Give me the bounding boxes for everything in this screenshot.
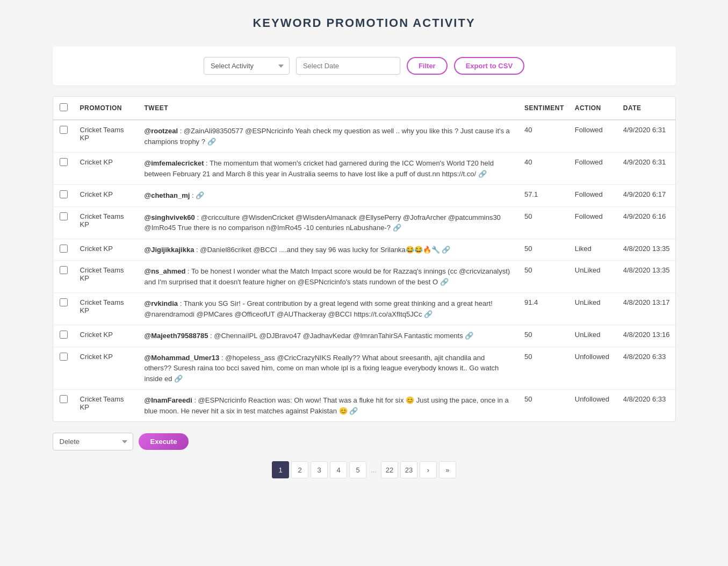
- col-promotion-header: PROMOTION: [75, 97, 139, 120]
- row-promotion: Cricket KP: [75, 347, 139, 390]
- page-button-2[interactable]: 2: [291, 461, 308, 478]
- row-promotion: Cricket KP: [75, 185, 139, 207]
- row-tweet: @chethan_mj : 🔗: [139, 185, 519, 207]
- row-checkbox[interactable]: [60, 395, 68, 403]
- row-tweet: @Mohammad_Umer13 : @hopeless_ass @CricCr…: [139, 347, 519, 390]
- table-row: Cricket Teams KP @ns_ahmed : To be hones…: [53, 261, 675, 293]
- row-sentiment: 91.4: [519, 293, 570, 325]
- row-checkbox[interactable]: [60, 353, 68, 361]
- date-input[interactable]: [296, 57, 400, 75]
- row-tweet: @Majeeth79588785 : @ChennaiIPL @DJBravo4…: [139, 325, 519, 347]
- row-date: 4/8/2020 13:35: [618, 261, 675, 293]
- pagination: 12345...2223›»: [53, 461, 676, 478]
- row-promotion: Cricket Teams KP: [75, 206, 139, 239]
- table-row: Cricket Teams KP @rootzeal : @ZainAli983…: [53, 120, 675, 153]
- table-row: Cricket Teams KP @InamFareedi : @ESPNcri…: [53, 390, 675, 422]
- page-button-›[interactable]: ›: [420, 461, 437, 478]
- tweet-user: @Jigijikkajikka: [145, 246, 194, 254]
- row-checkbox-cell: [53, 390, 75, 422]
- tweet-user: @rootzeal: [145, 127, 178, 135]
- row-promotion: Cricket Teams KP: [75, 390, 139, 422]
- row-checkbox-cell: [53, 153, 75, 185]
- row-checkbox-cell: [53, 239, 75, 261]
- row-checkbox[interactable]: [60, 212, 68, 220]
- row-checkbox[interactable]: [60, 298, 68, 306]
- filter-button[interactable]: Filter: [407, 57, 448, 75]
- row-checkbox-cell: [53, 120, 75, 153]
- row-action: Followed: [570, 120, 618, 153]
- row-action: UnLiked: [570, 261, 618, 293]
- row-action: Followed: [570, 185, 618, 207]
- col-action-header: ACTION: [570, 97, 618, 120]
- page-button-4[interactable]: 4: [330, 461, 347, 478]
- row-promotion: Cricket Teams KP: [75, 293, 139, 325]
- page-button-5[interactable]: 5: [349, 461, 366, 478]
- row-checkbox[interactable]: [60, 266, 68, 274]
- col-checkbox: [53, 97, 75, 120]
- bottom-bar: Delete Execute: [53, 433, 676, 450]
- row-sentiment: 57.1: [519, 185, 570, 207]
- row-tweet: @ns_ahmed : To be honest I wonder what t…: [139, 261, 519, 293]
- tweet-user: @chethan_mj: [145, 191, 190, 199]
- table-row: Cricket KP @imfemalecricket : The moment…: [53, 153, 675, 185]
- row-sentiment: 50: [519, 206, 570, 239]
- table-row: Cricket KP @Majeeth79588785 : @ChennaiIP…: [53, 325, 675, 347]
- row-promotion: Cricket KP: [75, 239, 139, 261]
- tweet-content: : 🔗: [190, 191, 204, 199]
- row-sentiment: 40: [519, 120, 570, 153]
- row-tweet: @rootzeal : @ZainAli98350577 @ESPNcricin…: [139, 120, 519, 153]
- row-checkbox-cell: [53, 293, 75, 325]
- row-tweet: @imfemalecricket : The momentum that wom…: [139, 153, 519, 185]
- page-button-23[interactable]: 23: [400, 461, 417, 478]
- activity-select[interactable]: Select Activity: [204, 57, 290, 75]
- export-button[interactable]: Export to CSV: [454, 57, 524, 75]
- tweet-user: @InamFareedi: [145, 396, 192, 404]
- row-date: 4/8/2020 13:17: [618, 293, 675, 325]
- tweet-content: : @cricculture @WisdenCricket @WisdenAlm…: [145, 213, 501, 232]
- row-date: 4/8/2020 13:16: [618, 325, 675, 347]
- col-sentiment-header: SENTIMENT: [519, 97, 570, 120]
- row-action: Unfollowed: [570, 347, 618, 390]
- tweet-content: : @Daniel86criket @BCCI ....and they say…: [194, 246, 450, 254]
- action-select[interactable]: Delete: [53, 433, 133, 450]
- row-sentiment: 40: [519, 153, 570, 185]
- row-action: Followed: [570, 153, 618, 185]
- page-button-»[interactable]: »: [439, 461, 456, 478]
- col-date-header: DATE: [618, 97, 675, 120]
- row-promotion: Cricket KP: [75, 153, 139, 185]
- select-all-checkbox[interactable]: [60, 103, 68, 111]
- row-checkbox[interactable]: [60, 158, 68, 166]
- row-date: 4/9/2020 6:17: [618, 185, 675, 207]
- table-header-row: PROMOTION TWEET SENTIMENT ACTION DATE: [53, 97, 675, 120]
- row-checkbox[interactable]: [60, 331, 68, 339]
- row-checkbox-cell: [53, 347, 75, 390]
- page-ellipsis: ...: [369, 466, 379, 474]
- row-action: Followed: [570, 206, 618, 239]
- filter-bar: Select Activity Filter Export to CSV: [53, 46, 676, 85]
- row-checkbox-cell: [53, 261, 75, 293]
- execute-button[interactable]: Execute: [139, 433, 189, 450]
- tweet-user: @rvkindia: [145, 299, 178, 307]
- row-action: UnLiked: [570, 325, 618, 347]
- page-button-3[interactable]: 3: [311, 461, 328, 478]
- page-button-1[interactable]: 1: [272, 461, 289, 478]
- row-checkbox[interactable]: [60, 245, 68, 253]
- row-checkbox[interactable]: [60, 126, 68, 134]
- row-action: UnLiked: [570, 293, 618, 325]
- row-action: Unfollowed: [570, 390, 618, 422]
- row-checkbox[interactable]: [60, 190, 68, 198]
- page-button-22[interactable]: 22: [381, 461, 398, 478]
- tweet-user: @imfemalecricket: [145, 159, 204, 167]
- tweet-user: @Mohammad_Umer13: [145, 354, 220, 362]
- row-date: 4/9/2020 6:31: [618, 153, 675, 185]
- tweet-content: : @ESPNcricinfo Reaction was: Oh wow! Th…: [145, 396, 509, 415]
- row-tweet: @InamFareedi : @ESPNcricinfo Reaction wa…: [139, 390, 519, 422]
- tweet-user: @ns_ahmed: [145, 267, 186, 275]
- data-table: PROMOTION TWEET SENTIMENT ACTION DATE Cr…: [53, 96, 676, 422]
- table-row: Cricket KP @Jigijikkajikka : @Daniel86cr…: [53, 239, 675, 261]
- tweet-user: @singhvivek60: [145, 213, 195, 221]
- row-date: 4/9/2020 6:16: [618, 206, 675, 239]
- row-sentiment: 50: [519, 347, 570, 390]
- col-tweet-header: TWEET: [139, 97, 519, 120]
- row-promotion: Cricket KP: [75, 325, 139, 347]
